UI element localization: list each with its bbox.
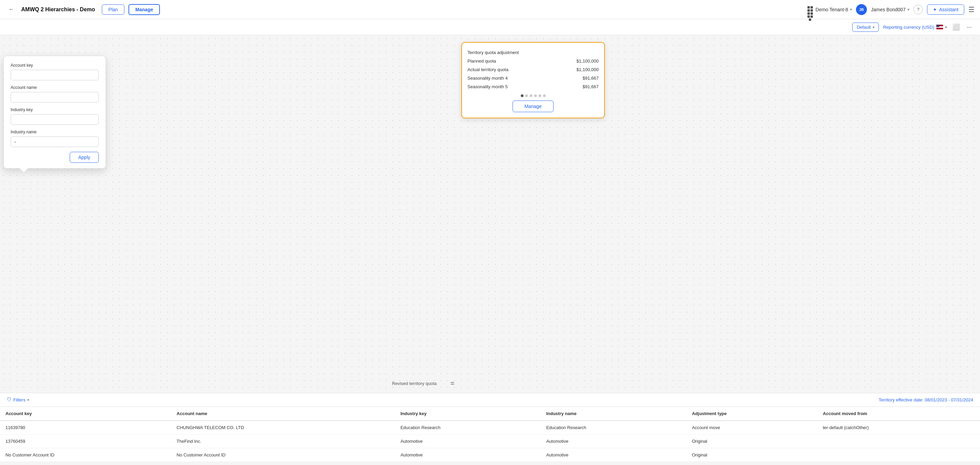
card-label-actual-territory-quota: Actual territory quota — [468, 67, 509, 72]
card-label-territory-adjustment: Territory quota adjustment — [468, 50, 519, 55]
card-value-actual-territory-quota: $1,100,000 — [576, 67, 599, 72]
table-cell-2: Automotive — [395, 448, 541, 462]
data-table: Account key Account name Industry key In… — [0, 407, 980, 462]
table-wrap: Account key Account name Industry key In… — [0, 407, 980, 462]
industry-key-label: Industry key — [11, 107, 99, 112]
card-row-territory-adjustment: Territory quota adjustment — [468, 48, 599, 57]
us-flag-icon — [936, 25, 943, 29]
table-row: 11639780CHUNGHWA TELECOM CO. LTDEducatio… — [0, 420, 980, 435]
default-label: Default — [857, 25, 871, 30]
card-value-planned-quota: $1,100,000 — [576, 59, 599, 64]
dot-6 — [543, 94, 546, 97]
table-header-row: Account key Account name Industry key In… — [0, 407, 980, 420]
table-cell-5 — [817, 435, 980, 448]
table-cell-2: Education Research — [395, 420, 541, 435]
col-header-account-key: Account key — [0, 407, 171, 420]
dot-4 — [534, 94, 537, 97]
default-chevron-icon: ▾ — [873, 25, 874, 29]
account-name-field: Account name 🔍 — [11, 85, 99, 103]
back-button[interactable]: ← — [5, 5, 17, 14]
table-cell-4: Original — [686, 448, 817, 462]
filter-popup: Account key 🔍 Account name 🔍 Industry ke… — [3, 56, 106, 169]
assistant-label: Assistant — [939, 7, 958, 12]
dot-3 — [530, 94, 532, 97]
assistant-sparkle-icon: ✦ — [933, 7, 937, 12]
card-label-seasonality-4: Seasonality month 4 — [468, 76, 508, 81]
account-name-input[interactable] — [11, 92, 99, 103]
account-name-label: Account name — [11, 85, 99, 90]
card-label-seasonality-5: Seasonality month 5 — [468, 84, 508, 89]
industry-key-input[interactable] — [11, 114, 99, 125]
industry-name-field: Industry name — [11, 130, 99, 147]
table-cell-5: ter-default (catchOther) — [817, 420, 980, 435]
table-cell-4: Account move — [686, 420, 817, 435]
table-cell-3: Automotive — [541, 448, 686, 462]
filters-label: Filters — [13, 397, 25, 403]
currency-chevron-icon: ▾ — [945, 25, 947, 29]
currency-selector[interactable]: Reporting currency (USD) ▾ — [883, 25, 947, 30]
col-header-industry-name: Industry name — [541, 407, 686, 420]
table-cell-4: Original — [686, 435, 817, 448]
account-key-field: Account key 🔍 — [11, 63, 99, 80]
export-icon[interactable]: ⬜ — [951, 22, 961, 32]
default-selector[interactable]: Default ▾ — [852, 22, 879, 32]
data-table-section: Account key Account name Industry key In… — [0, 406, 980, 462]
card-manage-button[interactable]: Manage — [512, 100, 554, 112]
manage-button[interactable]: Manage — [129, 4, 160, 15]
page-title: AMWQ 2 Hierarchies - Demo — [21, 6, 95, 13]
user-chevron-icon: ▾ — [908, 8, 909, 11]
table-cell-0: 13760459 — [0, 435, 171, 448]
col-header-adjustment-type: Adjustment type — [686, 407, 817, 420]
card-row-seasonality-5: Seasonality month 5 $91,667 — [468, 83, 599, 91]
table-cell-0: 11639780 — [0, 420, 171, 435]
filters-chevron-icon: ▾ — [27, 398, 29, 402]
table-row: 13760459TheFind Inc.AutomotiveAutomotive… — [0, 435, 980, 448]
account-key-label: Account key — [11, 63, 99, 68]
table-cell-5 — [817, 448, 980, 462]
table-cell-1: No Customer Account ID — [171, 448, 395, 462]
quota-card: Territory quota adjustment Planned quota… — [461, 42, 605, 118]
col-header-account-name: Account name — [171, 407, 395, 420]
industry-name-label: Industry name — [11, 130, 99, 134]
help-icon: ? — [917, 7, 920, 12]
dot-2 — [525, 94, 528, 97]
user-menu[interactable]: James Bond007 ▾ — [871, 7, 909, 12]
tenant-selector[interactable]: Demo Tenant-8 ▾ — [807, 6, 852, 13]
equal-icon: = — [450, 379, 455, 387]
filter-funnel-icon: ⛉ — [7, 397, 11, 403]
plan-button[interactable]: Plan — [102, 5, 124, 15]
canvas: Account key 🔍 Account name 🔍 Industry ke… — [0, 35, 980, 393]
help-button[interactable]: ? — [913, 5, 923, 14]
dot-1 — [521, 94, 523, 97]
main-area: Account key 🔍 Account name 🔍 Industry ke… — [0, 35, 980, 462]
card-value-seasonality-4: $91,667 — [582, 76, 599, 81]
currency-label: Reporting currency (USD) — [883, 25, 934, 30]
filters-button[interactable]: ⛉ Filters ▾ — [7, 397, 29, 403]
col-header-industry-key: Industry key — [395, 407, 541, 420]
table-cell-0: No Customer Account ID — [0, 448, 171, 462]
assistant-button[interactable]: ✦ Assistant — [927, 5, 964, 15]
apply-button[interactable]: Apply — [70, 152, 99, 163]
bottom-bar: ⛉ Filters ▾ Territory effective date: 08… — [0, 393, 980, 406]
dot-5 — [539, 94, 541, 97]
tenant-name: Demo Tenant-8 — [816, 7, 848, 12]
industry-name-input[interactable] — [11, 137, 99, 147]
card-pagination-dots — [468, 94, 599, 97]
tenant-chevron-icon: ▾ — [850, 8, 852, 11]
more-options-icon[interactable]: ··· — [965, 22, 973, 32]
revised-territory-label: Revised territory quota — [392, 381, 437, 386]
table-row: No Customer Account IDNo Customer Accoun… — [0, 448, 980, 462]
col-header-account-moved-from: Account moved from — [817, 407, 980, 420]
user-name: James Bond007 — [871, 7, 905, 12]
menu-hamburger-icon[interactable]: ☰ — [968, 5, 975, 14]
table-cell-2: Automotive — [395, 435, 541, 448]
industry-key-field: Industry key 🔍 — [11, 107, 99, 125]
grid-icon — [807, 6, 814, 13]
card-row-planned-quota: Planned quota $1,100,000 — [468, 57, 599, 65]
avatar: JB — [856, 4, 867, 15]
card-value-seasonality-5: $91,667 — [582, 84, 599, 89]
toolbar: Default ▾ Reporting currency (USD) ▾ ⬜ ·… — [0, 19, 980, 35]
territory-date: Territory effective date: 08/01/2023 - 0… — [878, 397, 973, 403]
table-cell-1: CHUNGHWA TELECOM CO. LTD — [171, 420, 395, 435]
account-key-input[interactable] — [11, 70, 99, 80]
